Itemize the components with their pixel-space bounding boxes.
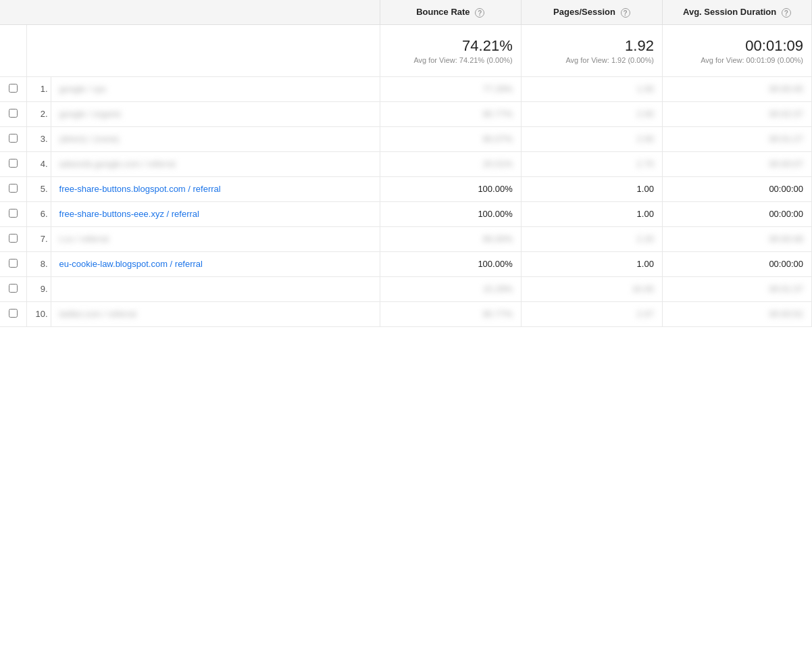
table-row: 5.free-share-buttons.blogspot.com / refe… <box>0 176 812 201</box>
row-label-text: adwords.google.com / referral <box>59 159 176 169</box>
row-bounce-rate: 100.00% <box>380 201 521 226</box>
row-checkbox-cell[interactable] <box>0 126 27 151</box>
row-index: 1. <box>27 76 51 101</box>
table-row: 8.eu-cookie-law.blogspot.com / referral1… <box>0 251 812 276</box>
row-avg-session: 00:00:48 <box>662 226 811 251</box>
table-row: 9.15.29%16.0000:01:37 <box>0 276 812 301</box>
row-checkbox[interactable] <box>9 84 18 93</box>
table-row: 3.(direct) / (none)80.07%2.0000:01:27 <box>0 126 812 151</box>
row-pages-session: 1.00 <box>521 76 662 101</box>
row-checkbox-cell[interactable] <box>0 76 27 101</box>
row-avg-session: 00:00:52 <box>662 301 811 326</box>
row-pages-session: 1.00 <box>521 251 662 276</box>
pages-session-header: Pages/Session ? <box>521 0 662 24</box>
row-bounce-rate: 66.00% <box>380 226 521 251</box>
row-label-text: google / organic <box>59 109 122 119</box>
row-label[interactable]: free-share-buttons.blogspot.com / referr… <box>51 176 380 201</box>
row-checkbox[interactable] <box>9 234 18 243</box>
summary-row: 74.21% Avg for View: 74.21% (0.00%) 1.92… <box>0 24 812 76</box>
row-label: t.co / referral <box>51 226 380 251</box>
row-checkbox[interactable] <box>9 259 18 268</box>
row-bounce-rate: 20.01% <box>380 151 521 176</box>
table-header: Bounce Rate ? Pages/Session ? Avg. Sessi… <box>0 0 812 24</box>
row-label: twitter.com / referral <box>51 301 380 326</box>
row-label <box>51 276 380 301</box>
row-label-text: google / cpc <box>59 84 107 94</box>
summary-checkbox-cell <box>0 24 27 76</box>
table-row: 1.google / cpc77.29%1.0000:00:45 <box>0 76 812 101</box>
row-checkbox-cell[interactable] <box>0 226 27 251</box>
row-pages-session: 2.20 <box>521 226 662 251</box>
row-pages-session: 2.00 <box>521 126 662 151</box>
summary-avg: 00:01:09 Avg for View: 00:01:09 (0.00%) <box>662 24 811 76</box>
table-row: 10.twitter.com / referral80.77%2.0700:00… <box>0 301 812 326</box>
row-avg-session: 00:01:37 <box>662 276 811 301</box>
row-index: 9. <box>27 276 51 301</box>
row-label: google / organic <box>51 101 380 126</box>
row-checkbox-cell[interactable] <box>0 276 27 301</box>
row-index: 2. <box>27 101 51 126</box>
row-label-text: (direct) / (none) <box>59 134 120 144</box>
row-avg-session: 00:02:37 <box>662 101 811 126</box>
row-pages-session: 2.00 <box>521 101 662 126</box>
table-row: 2.google / organic80.77%2.0000:02:37 <box>0 101 812 126</box>
avg-session-header: Avg. Session Duration ? <box>662 0 811 24</box>
row-pages-session: 16.00 <box>521 276 662 301</box>
row-label[interactable]: free-share-buttons-eee.xyz / referral <box>51 201 380 226</box>
avg-session-help-icon[interactable]: ? <box>782 8 791 18</box>
row-avg-session: 00:00:07 <box>662 151 811 176</box>
source-medium-header <box>0 0 380 24</box>
row-checkbox-cell[interactable] <box>0 251 27 276</box>
table-row: 7.t.co / referral66.00%2.2000:00:48 <box>0 226 812 251</box>
row-checkbox-cell[interactable] <box>0 176 27 201</box>
row-checkbox-cell[interactable] <box>0 101 27 126</box>
row-avg-session: 00:00:00 <box>662 201 811 226</box>
summary-pages: 1.92 Avg for View: 1.92 (0.00%) <box>521 24 662 76</box>
row-label-link[interactable]: eu-cookie-law.blogspot.com / referral <box>59 259 203 269</box>
row-pages-session: 1.00 <box>521 176 662 201</box>
row-label-text: t.co / referral <box>59 234 109 244</box>
row-bounce-rate: 77.29% <box>380 76 521 101</box>
table-row: 6.free-share-buttons-eee.xyz / referral1… <box>0 201 812 226</box>
row-label: adwords.google.com / referral <box>51 151 380 176</box>
row-avg-session: 00:01:27 <box>662 126 811 151</box>
summary-label-cell <box>27 24 380 76</box>
row-label-text: twitter.com / referral <box>59 309 136 319</box>
table-row: 4.adwords.google.com / referral20.01%2.7… <box>0 151 812 176</box>
row-checkbox[interactable] <box>9 309 18 318</box>
bounce-rate-help-icon[interactable]: ? <box>475 8 484 18</box>
row-label-link[interactable]: free-share-buttons.blogspot.com / referr… <box>59 184 221 194</box>
row-label-link[interactable]: free-share-buttons-eee.xyz / referral <box>59 209 199 219</box>
row-checkbox[interactable] <box>9 134 18 143</box>
row-checkbox[interactable] <box>9 109 18 118</box>
row-avg-session: 00:00:00 <box>662 251 811 276</box>
pages-session-help-icon[interactable]: ? <box>621 8 630 18</box>
row-label: google / cpc <box>51 76 380 101</box>
summary-bounce-rate: 74.21% Avg for View: 74.21% (0.00%) <box>380 24 521 76</box>
row-checkbox-cell[interactable] <box>0 151 27 176</box>
row-checkbox[interactable] <box>9 209 18 218</box>
row-index: 5. <box>27 176 51 201</box>
row-index: 6. <box>27 201 51 226</box>
row-label: (direct) / (none) <box>51 126 380 151</box>
row-index: 3. <box>27 126 51 151</box>
row-avg-session: 00:00:45 <box>662 76 811 101</box>
row-bounce-rate: 15.29% <box>380 276 521 301</box>
row-checkbox[interactable] <box>9 159 18 168</box>
row-checkbox-cell[interactable] <box>0 201 27 226</box>
row-pages-session: 2.07 <box>521 301 662 326</box>
row-index: 7. <box>27 226 51 251</box>
row-index: 10. <box>27 301 51 326</box>
row-label[interactable]: eu-cookie-law.blogspot.com / referral <box>51 251 380 276</box>
row-bounce-rate: 80.07% <box>380 126 521 151</box>
row-checkbox[interactable] <box>9 284 18 293</box>
row-avg-session: 00:00:00 <box>662 176 811 201</box>
row-checkbox[interactable] <box>9 184 18 193</box>
row-checkbox-cell[interactable] <box>0 301 27 326</box>
row-index: 4. <box>27 151 51 176</box>
row-bounce-rate: 80.77% <box>380 301 521 326</box>
row-pages-session: 2.70 <box>521 151 662 176</box>
bounce-rate-header: Bounce Rate ? <box>380 0 521 24</box>
row-bounce-rate: 80.77% <box>380 101 521 126</box>
row-index: 8. <box>27 251 51 276</box>
